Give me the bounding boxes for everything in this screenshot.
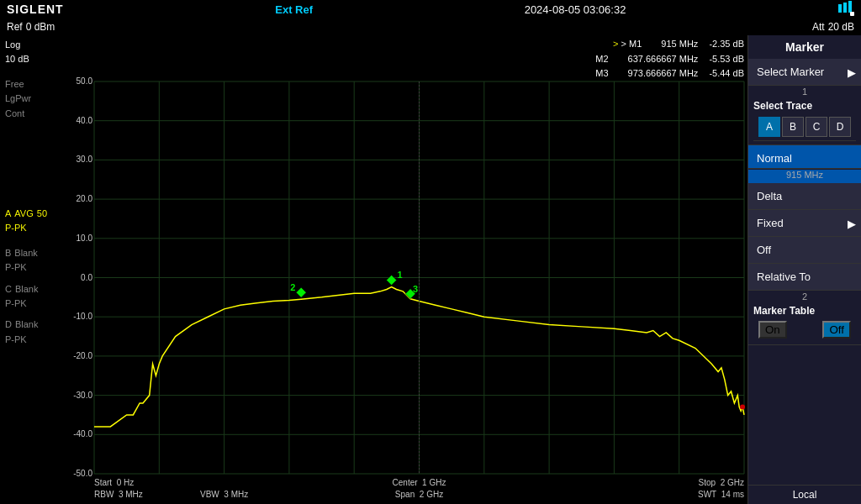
normal-button[interactable]: Normal — [748, 145, 861, 169]
att-label: Att — [812, 21, 825, 33]
svg-rect-1 — [843, 3, 847, 13]
ext-ref-label: Ext Ref — [275, 3, 313, 16]
avg-value: 50 — [37, 207, 47, 220]
fixed-arrow: ▶ — [848, 217, 856, 229]
m2-label: M2 — [595, 54, 608, 64]
trace-btn-a[interactable]: A — [758, 117, 780, 137]
right-panel: Marker Select Marker ▶ 1 Select Trace A … — [747, 35, 861, 504]
select-marker-label: Select Marker — [757, 66, 824, 78]
marker-table-title: Marker Table — [753, 305, 856, 317]
ppk-label: P-PK — [5, 222, 54, 234]
m3-label: M3 — [595, 68, 608, 78]
fixed-label: Fixed — [757, 217, 784, 229]
fixed-button[interactable]: Fixed ▶ — [748, 210, 861, 237]
normal-label: Normal — [757, 152, 792, 165]
svg-rect-3 — [850, 12, 854, 16]
m3-freq: 973.666667 MHz — [628, 68, 699, 78]
off-label: Off — [757, 244, 771, 256]
m2-freq: 637.666667 MHz — [628, 54, 699, 64]
trace-selector: A B C D — [753, 113, 856, 141]
left-panel: Log 10 dB Free LgPwr Cont A AVG 50 P-PK … — [0, 35, 59, 504]
c-ppk-label: P-PK — [5, 297, 54, 310]
trace-b-indicator: B — [5, 247, 11, 260]
normal-value: 915 MHz — [748, 170, 861, 183]
m1-freq: 915 MHz — [661, 39, 698, 49]
datetime-label: 2024-08-05 03:06:32 — [525, 3, 626, 16]
m1-amp: -2.35 dB — [709, 39, 744, 49]
trace-btn-c[interactable]: C — [806, 117, 827, 137]
svg-rect-0 — [838, 4, 842, 13]
m1-label: > M1 — [621, 39, 642, 49]
marker-table-off-btn[interactable]: Off — [822, 321, 851, 339]
trace-a-indicator: A — [5, 207, 11, 220]
trace-d-indicator: D — [5, 318, 12, 331]
relative-to-label: Relative To — [757, 270, 811, 283]
top-right-icons — [837, 1, 854, 18]
delta-button[interactable]: Delta — [748, 183, 861, 210]
local-label: Local — [748, 485, 861, 504]
relative-to-button[interactable]: Relative To — [748, 264, 861, 291]
ref-label: Ref — [7, 21, 23, 33]
scale-db-label: 10 dB — [5, 53, 54, 66]
att-value: 20 dB — [828, 21, 854, 33]
brand-label: SIGLENT — [7, 3, 64, 16]
d-ppk-label: P-PK — [5, 333, 54, 346]
spectrum-canvas — [59, 35, 747, 504]
scale-label: Log — [5, 39, 54, 51]
off-button[interactable]: Off — [748, 237, 861, 264]
info-bar: Ref 0 dBm Att 20 dB — [0, 18, 861, 35]
avg-label: AVG — [14, 207, 33, 220]
select-marker-arrow: ▶ — [848, 66, 856, 78]
select-marker-value: 1 — [748, 87, 861, 97]
delta-label: Delta — [757, 190, 782, 202]
marker-table-on-btn[interactable]: On — [758, 321, 787, 339]
b-blank-label: Blank — [14, 247, 38, 260]
sweep-label: Cont — [5, 108, 54, 120]
detect-label: LgPwr — [5, 92, 54, 105]
network-icon — [837, 1, 854, 16]
marker-table-toggle: On Off — [753, 318, 856, 341]
d-blank-label: Blank — [15, 318, 39, 331]
main-layout: Log 10 dB Free LgPwr Cont A AVG 50 P-PK … — [0, 35, 861, 504]
marker-info: > > M1 915 MHz -2.35 dB M2 637.666667 MH… — [595, 37, 744, 81]
select-trace-section: Select Trace A B C D — [748, 97, 861, 145]
mode-label: Free — [5, 78, 54, 91]
trace-c-indicator: C — [5, 283, 12, 296]
marker-table-section: Marker Table On Off — [748, 302, 861, 345]
top-bar: SIGLENT Ext Ref 2024-08-05 03:06:32 — [0, 0, 861, 18]
svg-rect-2 — [848, 1, 852, 13]
select-marker-button[interactable]: Select Marker ▶ — [748, 59, 861, 86]
relative-to-value: 2 — [748, 291, 861, 302]
trace-btn-d[interactable]: D — [829, 117, 851, 137]
trace-btn-b[interactable]: B — [782, 117, 804, 137]
m3-amp: -5.44 dB — [709, 68, 744, 78]
chart-area: > > M1 915 MHz -2.35 dB M2 637.666667 MH… — [59, 35, 747, 504]
m2-amp: -5.53 dB — [709, 54, 744, 64]
select-trace-title: Select Trace — [753, 100, 856, 112]
c-blank-label: Blank — [15, 283, 39, 296]
b-ppk-label: P-PK — [5, 261, 54, 274]
marker-panel-title: Marker — [748, 35, 861, 59]
ref-value: 0 dBm — [26, 21, 55, 33]
